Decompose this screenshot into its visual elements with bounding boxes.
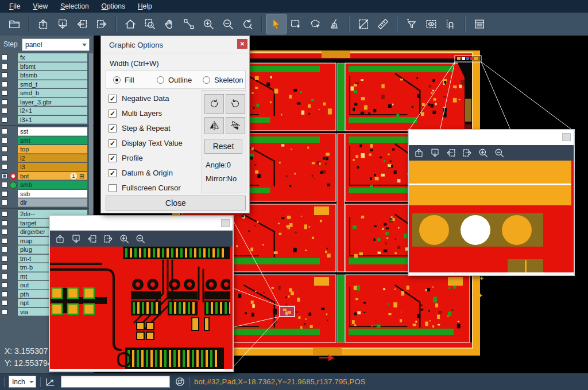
snap-button[interactable] (441, 14, 461, 34)
popup-window-button[interactable] (562, 133, 571, 141)
select-tool-button[interactable] (266, 14, 286, 34)
popup-window-button[interactable] (221, 219, 230, 227)
checkbox-negative-data[interactable]: ✓Negative Data (109, 94, 169, 103)
layer-item-fx[interactable]: fx (18, 53, 87, 62)
layer-item-top[interactable]: top (18, 145, 87, 154)
layer-item-dir[interactable]: dir (18, 198, 87, 207)
menu-selection[interactable]: Selection (55, 1, 94, 11)
layer-visibility-checkbox[interactable] (2, 173, 7, 179)
pan-up-icon[interactable] (55, 233, 65, 244)
layer-item-l2[interactable]: l2 (18, 154, 87, 163)
zoom-popup-corner[interactable] (408, 129, 575, 276)
layer-visibility-checkbox[interactable] (2, 220, 7, 226)
radio-skeleton[interactable]: Skeleton (203, 76, 243, 84)
layer-item-smd_t[interactable]: smd_t (18, 80, 87, 89)
rotate-ccw-button[interactable] (226, 94, 245, 114)
layer-item-smb[interactable]: smb (18, 181, 87, 189)
layer-visibility-checkbox[interactable] (2, 108, 7, 114)
layer-visibility-checkbox[interactable] (2, 90, 7, 96)
popup-title-bar[interactable] (409, 130, 574, 145)
checkbox-step-repeat[interactable]: ✓Step & Repeat (109, 124, 171, 132)
pan-left-button[interactable] (72, 14, 92, 34)
pan-down-icon[interactable] (71, 233, 82, 244)
command-input[interactable] (61, 376, 170, 388)
layer-visibility-checkbox[interactable] (2, 264, 7, 270)
zoom-in-button[interactable] (199, 14, 218, 34)
layer-item-smt[interactable]: smt (18, 136, 87, 145)
view-options-button[interactable] (421, 14, 441, 34)
pan-right-icon[interactable] (462, 147, 473, 158)
layer-item-smd_b[interactable]: smd_b (18, 89, 87, 98)
pan-down-icon[interactable] (430, 147, 440, 158)
layer-item-sst[interactable]: sst (18, 127, 87, 136)
menu-help[interactable]: Help (132, 1, 158, 11)
layer-visibility-checkbox[interactable] (2, 146, 7, 152)
layer-visibility-checkbox[interactable] (2, 54, 7, 60)
layer-visibility-checkbox[interactable] (2, 155, 7, 161)
layer-visibility-checkbox[interactable] (2, 182, 7, 188)
close-button[interactable]: Close (106, 196, 246, 210)
zoom-out-icon[interactable] (135, 233, 146, 244)
pan-left-icon[interactable] (446, 147, 457, 158)
layer-visibility-checkbox[interactable] (2, 300, 7, 306)
layer-visibility-checkbox[interactable] (2, 81, 7, 87)
rotate-cw-button[interactable] (204, 94, 224, 114)
clean-brush-button[interactable] (325, 14, 345, 34)
step-select[interactable]: panel (22, 38, 90, 51)
layer-visibility-checkbox[interactable] (2, 128, 7, 134)
checkbox-fullscreen-cursor[interactable]: Fullscreen Cursor (109, 184, 181, 192)
checkbox-profile[interactable]: ✓Profile (109, 154, 143, 162)
layer-visibility-checkbox[interactable] (2, 72, 7, 78)
layer-visibility-checkbox[interactable] (2, 211, 7, 217)
zoom-out-icon[interactable] (494, 147, 505, 158)
menu-file[interactable]: File (3, 1, 26, 11)
menu-options[interactable]: Options (96, 1, 131, 11)
graphic-options-dialog[interactable]: Graphic Options ✕ Width (Ctrl+W) Fill Ou… (100, 36, 250, 213)
zoom-out-button[interactable] (218, 14, 238, 34)
zoom-window-button[interactable] (140, 14, 160, 34)
angle-measure-icon[interactable] (45, 376, 56, 388)
layer-item-l3+1[interactable]: l3+1 (18, 116, 87, 124)
layer-visibility-checkbox[interactable] (2, 291, 7, 297)
measure-distance-button[interactable] (354, 14, 373, 34)
checkbox-datum-origin[interactable]: ✓Datum & Origin (109, 169, 173, 177)
pan-hand-button[interactable] (160, 14, 179, 34)
popup-title-bar[interactable] (50, 216, 233, 231)
layer-visibility-checkbox[interactable] (2, 238, 7, 244)
layer-visibility-checkbox[interactable] (2, 138, 7, 143)
layers-panel-button[interactable] (470, 14, 489, 34)
pan-right-icon[interactable] (103, 233, 114, 244)
pan-right-button[interactable] (92, 14, 111, 34)
dialog-close-button[interactable]: ✕ (237, 39, 247, 49)
checkbox-multi-layers[interactable]: ✓Multi Layers (109, 109, 162, 118)
radio-fill[interactable]: Fill (113, 76, 134, 84)
zoom-in-icon[interactable] (478, 147, 489, 158)
layer-visibility-checkbox[interactable] (2, 117, 7, 123)
home-view-button[interactable] (121, 14, 140, 34)
unit-select[interactable]: Inch (9, 376, 36, 388)
mirror-vertical-button[interactable] (226, 117, 245, 134)
reset-button[interactable]: Reset (204, 139, 242, 154)
layer-visibility-checkbox[interactable] (2, 247, 7, 252)
layer-visibility-checkbox[interactable] (2, 309, 7, 315)
pan-up-icon[interactable] (413, 147, 424, 158)
layer-visibility-checkbox[interactable] (2, 64, 7, 69)
pan-left-icon[interactable] (87, 233, 98, 244)
layer-visibility-checkbox[interactable] (2, 282, 7, 288)
menu-view[interactable]: View (27, 1, 53, 11)
layer-visibility-checkbox[interactable] (2, 99, 7, 105)
radio-outline[interactable]: Outline (157, 76, 192, 84)
layer-visibility-checkbox[interactable] (2, 256, 7, 262)
layer-visibility-checkbox[interactable] (2, 274, 7, 279)
layer-item-l3[interactable]: l3 (18, 163, 87, 171)
rect-select-button[interactable] (286, 14, 305, 34)
layer-visibility-checkbox[interactable] (2, 229, 7, 235)
layer-item-bfsmb[interactable]: bfsmb (18, 71, 87, 80)
layer-visibility-checkbox[interactable] (2, 191, 7, 197)
layer-item-ssb[interactable]: ssb (18, 190, 87, 198)
refresh-icon[interactable] (175, 376, 185, 387)
zoom-popup-detail[interactable] (49, 215, 234, 372)
zoom-previous-button[interactable] (238, 14, 257, 34)
mirror-horizontal-button[interactable] (204, 117, 224, 134)
layer-visibility-checkbox[interactable] (2, 200, 7, 205)
